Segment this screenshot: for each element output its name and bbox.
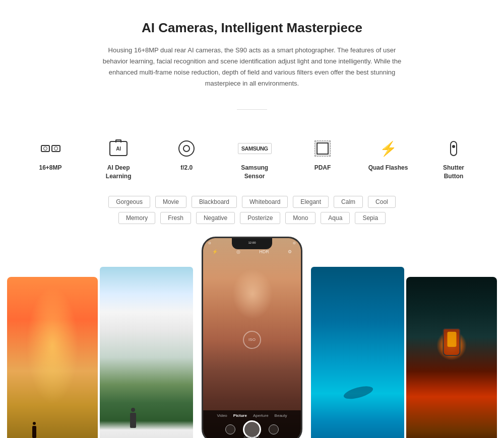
filter-negative[interactable]: Negative	[196, 212, 235, 224]
phone-cam-icon-hdr: HDR	[259, 249, 269, 254]
feature-samsung: SAMSUNG Samsung Sensor	[232, 137, 277, 181]
phone-bottom-bar: Video Picture Aperture Beauty	[203, 410, 301, 438]
feature-shutter: Shutter Button	[433, 137, 474, 181]
aperture-icon	[178, 137, 195, 160]
phone-capture-btn[interactable]	[243, 420, 261, 438]
lantern-body	[443, 328, 461, 356]
filter-aqua[interactable]: Aqua	[321, 212, 350, 224]
phone-cam-icon-mode: ◎	[236, 249, 240, 254]
feature-megapixel-label: 16+8MP	[39, 164, 61, 172]
feature-pdaf-label: PDAF	[314, 164, 331, 172]
feature-ai-label: AI Deep Learning	[96, 164, 141, 181]
phone-tab-beauty[interactable]: Beauty	[275, 413, 287, 418]
feature-ai: AI AI Deep Learning	[96, 137, 141, 181]
phone-center: ⊙ 12:00 ⊙ ⚡ ◎ HDR ⚙ ISO Video Pi	[197, 237, 307, 438]
header-section: AI Cameras, Intelligent Masterpiece Hous…	[0, 0, 504, 99]
feature-flash-label: Quad Flashes	[368, 164, 408, 172]
photo-lantern	[406, 277, 497, 438]
feature-aperture-label: f/2.0	[180, 164, 193, 172]
phone-gallery-btn[interactable]	[225, 424, 235, 434]
filter-elegant[interactable]: Elegant	[293, 196, 329, 208]
phone-controls	[203, 420, 301, 438]
filter-fresh[interactable]: Fresh	[160, 212, 191, 224]
feature-megapixel: 16+8MP	[30, 137, 71, 172]
phone-tab-aperture[interactable]: Aperture	[253, 413, 269, 418]
phone-brand: DOOGEE	[244, 436, 260, 438]
shutter-icon	[450, 137, 457, 160]
filter-memory[interactable]: Memory	[118, 212, 155, 224]
features-row: 16+8MP AI AI Deep Learning f/2.0 SAMSUNG…	[0, 120, 504, 191]
filter-calm[interactable]: Calm	[334, 196, 363, 208]
photos-section: ⊙ 12:00 ⊙ ⚡ ◎ HDR ⚙ ISO Video Pi	[0, 237, 504, 438]
filter-row-2: Memory Fresh Negative Posterize Mono Aqu…	[118, 212, 386, 224]
filter-cool[interactable]: Cool	[368, 196, 396, 208]
flash-icon: ⚡	[380, 137, 397, 160]
feature-flash: ⚡ Quad Flashes	[368, 137, 408, 172]
filter-posterize[interactable]: Posterize	[240, 212, 280, 224]
phone-cam-icon-settings: ⚙	[288, 249, 292, 254]
phone-mockup: ⊙ 12:00 ⊙ ⚡ ◎ HDR ⚙ ISO Video Pi	[202, 237, 302, 438]
photo-mountain	[100, 267, 193, 438]
filters-section: Gorgeous Movie Blackboard Whiteboard Ele…	[0, 191, 504, 237]
feature-pdaf: PDAF	[302, 137, 343, 172]
feature-samsung-label: Samsung Sensor	[232, 164, 277, 181]
phone-tab-picture[interactable]: Picture	[233, 413, 247, 418]
ai-icon: AI	[109, 137, 128, 160]
pdaf-icon	[317, 137, 329, 160]
filter-mono[interactable]: Mono	[285, 212, 316, 224]
filter-whiteboard[interactable]: Whiteboard	[242, 196, 288, 208]
phone-top-left-icon: ⊙	[208, 241, 211, 245]
page-description: Housing 16+8MP dual rear AI cameras, the…	[96, 45, 408, 89]
filter-sepia[interactable]: Sepia	[355, 212, 386, 224]
feature-aperture: f/2.0	[166, 137, 207, 172]
filter-movie[interactable]: Movie	[155, 196, 186, 208]
page-wrapper: AI Cameras, Intelligent Masterpiece Hous…	[0, 0, 504, 438]
filter-row-1: Gorgeous Movie Blackboard Whiteboard Ele…	[108, 196, 396, 208]
filter-blackboard[interactable]: Blackboard	[192, 196, 237, 208]
divider	[237, 109, 267, 110]
feature-shutter-label: Shutter Button	[433, 164, 474, 181]
photo-shark	[311, 267, 404, 438]
phone-top-center: 12:00	[248, 241, 256, 245]
samsung-icon: SAMSUNG	[238, 137, 272, 160]
phone-switch-btn[interactable]	[269, 424, 279, 434]
phone-focus-ring: ISO	[243, 331, 261, 349]
page-title: AI Cameras, Intelligent Masterpiece	[50, 20, 454, 36]
phone-top-right-icon: ⊙	[293, 241, 296, 245]
phone-cam-icon-flash: ⚡	[212, 249, 218, 254]
photo-sunset	[7, 277, 98, 438]
filter-gorgeous[interactable]: Gorgeous	[108, 196, 150, 208]
camera-dual-icon	[41, 137, 60, 160]
phone-tab-video[interactable]: Video	[217, 413, 227, 418]
phone-mode-tabs: Video Picture Aperture Beauty	[203, 413, 301, 418]
